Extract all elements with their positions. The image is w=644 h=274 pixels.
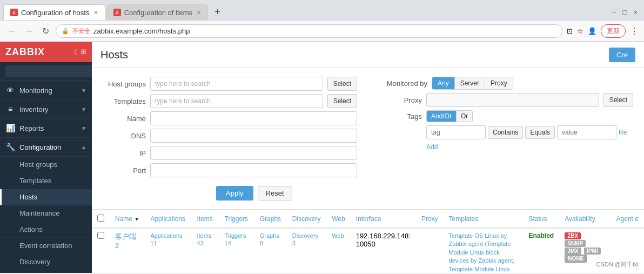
table-section: Name ▼ Applications Items Triggers Graph… xyxy=(92,210,644,273)
th-discovery[interactable]: Discovery xyxy=(287,210,326,228)
th-name[interactable]: Name ▼ xyxy=(110,210,145,228)
triggers-link[interactable]: Triggers 14 xyxy=(225,232,246,246)
browser-menu-icon[interactable]: ⋮ xyxy=(630,26,639,36)
minimize-icon[interactable]: − xyxy=(612,8,616,16)
collapse-icon[interactable]: 《 xyxy=(70,48,77,57)
value-input[interactable] xyxy=(557,125,616,139)
monitored-proxy-button[interactable]: Proxy xyxy=(485,77,513,89)
close-icon[interactable]: × xyxy=(633,8,638,16)
create-button[interactable]: Cre xyxy=(609,48,635,62)
forward-button[interactable]: → xyxy=(23,25,36,37)
host-name-link[interactable]: 客户端2 xyxy=(115,232,136,250)
row-triggers-cell: Triggers 14 xyxy=(219,228,254,273)
sidebar-search-input[interactable] xyxy=(5,65,95,77)
name-input[interactable] xyxy=(150,111,357,125)
graphs-link[interactable]: Graphs 8 xyxy=(260,232,279,246)
host-groups-select-button[interactable]: Select xyxy=(327,77,357,91)
sidebar-item-reports[interactable]: 📊 Reports ▼ xyxy=(0,119,92,138)
sidebar-item-inventory[interactable]: ≡ Inventory ▼ xyxy=(0,100,92,119)
update-button[interactable]: 更新 xyxy=(601,24,626,38)
page-header: Hosts Cre xyxy=(92,42,644,68)
monitored-server-button[interactable]: Server xyxy=(455,77,485,89)
th-interface[interactable]: Interface xyxy=(351,210,416,228)
tab-label-1: Configuration of hosts xyxy=(21,9,89,17)
cast-icon[interactable]: ⊡ xyxy=(567,27,573,35)
ip-input[interactable] xyxy=(150,146,357,160)
templates-input[interactable] xyxy=(150,94,323,108)
avail-jmx-badge: JMX xyxy=(565,248,581,255)
th-applications[interactable]: Applications xyxy=(145,210,191,228)
proxy-input[interactable] xyxy=(426,93,599,107)
th-proxy[interactable]: Proxy xyxy=(416,210,444,228)
sidebar-sub-event-correlation[interactable]: Event correlation xyxy=(0,238,92,254)
address-field[interactable]: 🔒 不安全 zabbix.example.com/hosts.php xyxy=(56,24,562,38)
applications-link[interactable]: Applications 11 xyxy=(150,232,182,246)
inventory-icon: ≡ xyxy=(5,105,15,113)
tab-close-2[interactable]: × xyxy=(192,8,201,17)
sidebar-sub-label-host-groups: Host groups xyxy=(19,161,57,169)
maximize-icon[interactable]: □ xyxy=(623,8,627,16)
th-graphs[interactable]: Graphs xyxy=(254,210,287,228)
reports-icon: 📊 xyxy=(5,124,15,132)
sidebar-sub-label-maintenance: Maintenance xyxy=(19,209,59,217)
discovery-link[interactable]: Discovery 3 xyxy=(292,232,318,246)
apply-button[interactable]: Apply xyxy=(216,186,253,201)
sidebar-sub-host-groups[interactable]: Host groups xyxy=(0,157,92,173)
th-availability[interactable]: Availability xyxy=(559,210,611,228)
filter-section: Host groups Select Templates Select Name xyxy=(92,68,644,210)
th-items[interactable]: Items xyxy=(191,210,219,228)
tab-inactive[interactable]: Z Configuration of items × xyxy=(106,4,209,20)
tab-add-button[interactable]: + xyxy=(209,3,226,21)
filter-right: Monitored by Any Server Proxy Proxy Sele… xyxy=(368,77,633,181)
host-groups-input[interactable] xyxy=(150,77,323,91)
row-checkbox[interactable] xyxy=(97,232,104,239)
or-button[interactable]: Or xyxy=(457,111,472,122)
sidebar-item-monitoring[interactable]: 👁 Monitoring ▼ xyxy=(0,81,92,100)
add-tag-link[interactable]: Add xyxy=(426,143,438,151)
web-link[interactable]: Web xyxy=(332,232,344,239)
browser-action-icons: ⊡ ☆ 👤 更新 ⋮ xyxy=(567,24,639,38)
th-templates[interactable]: Templates xyxy=(444,210,524,228)
reload-button[interactable]: ↻ xyxy=(40,25,51,37)
profile-icon[interactable]: 👤 xyxy=(588,27,596,35)
row-applications-cell: Applications 11 xyxy=(145,228,191,273)
items-link[interactable]: Items 43 xyxy=(197,232,211,246)
th-agent-e[interactable]: Agent e xyxy=(611,210,644,228)
templates-select-button[interactable]: Select xyxy=(327,94,357,108)
back-button[interactable]: ← xyxy=(5,25,18,37)
andor-button[interactable]: And/Or xyxy=(427,111,457,122)
monitored-any-button[interactable]: Any xyxy=(432,77,455,89)
sidebar-sub-actions[interactable]: Actions xyxy=(0,222,92,238)
sidebar-item-configuration[interactable]: 🔧 Configuration ▲ xyxy=(0,138,92,157)
proxy-select-button[interactable]: Select xyxy=(603,93,633,107)
proxy-label: Proxy xyxy=(379,96,422,104)
row-items-cell: Items 43 xyxy=(191,228,219,273)
equals-button[interactable]: Equals xyxy=(525,126,555,139)
row-name-cell: 客户端2 xyxy=(110,228,145,273)
port-input[interactable] xyxy=(150,163,357,177)
contains-button[interactable]: Contains xyxy=(488,126,523,139)
sidebar-sub-discovery[interactable]: Discovery xyxy=(0,254,92,270)
row-proxy-cell xyxy=(416,228,444,273)
re-button[interactable]: Re xyxy=(619,129,627,136)
sidebar-sub-label-templates: Templates xyxy=(19,177,51,185)
tab-active[interactable]: Z Configuration of hosts × xyxy=(3,4,105,20)
browser-controls: − □ × xyxy=(606,8,644,16)
sidebar-label-inventory: Inventory xyxy=(19,105,77,113)
chevron-inventory: ▼ xyxy=(81,106,86,112)
dns-input[interactable] xyxy=(150,129,357,143)
th-web[interactable]: Web xyxy=(326,210,350,228)
th-status[interactable]: Status xyxy=(524,210,560,228)
sidebar-sub-maintenance[interactable]: Maintenance xyxy=(0,205,92,222)
tag-input[interactable] xyxy=(426,125,486,139)
sidebar-search-bar: 🔍 xyxy=(0,62,92,81)
select-all-checkbox[interactable] xyxy=(97,215,104,222)
th-triggers[interactable]: Triggers xyxy=(219,210,254,228)
sidebar-sub-hosts[interactable]: Hosts xyxy=(0,189,92,205)
reset-button[interactable]: Reset xyxy=(258,186,292,201)
sidebar-sub-templates[interactable]: Templates xyxy=(0,173,92,189)
bookmark-icon[interactable]: ☆ xyxy=(577,27,583,35)
expand-icon[interactable]: ⊞ xyxy=(81,48,86,57)
table-row: 客户端2 Applications 11 Items 43 Triggers 1… xyxy=(92,228,644,273)
tab-close-1[interactable]: × xyxy=(89,8,98,17)
